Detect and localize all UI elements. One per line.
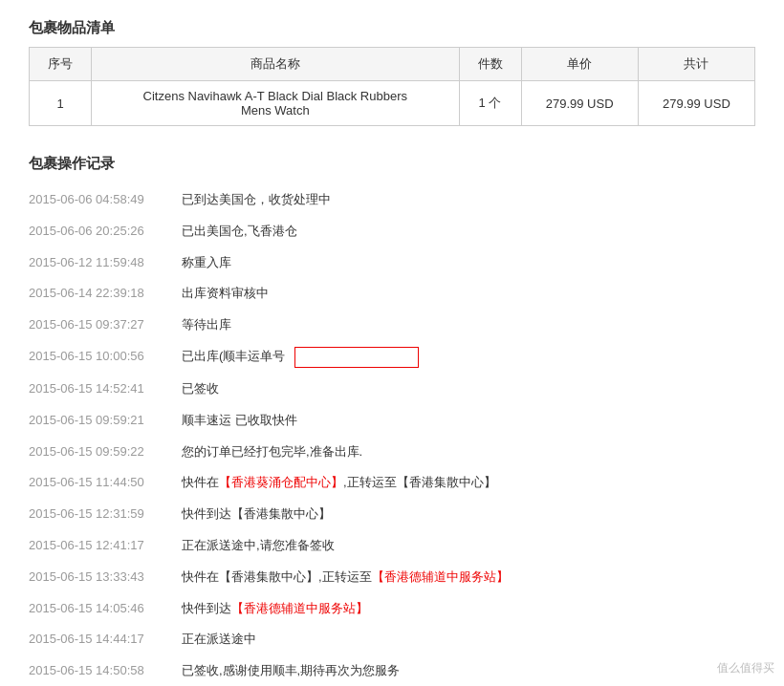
- record-time: 2015-06-15 14:05:46: [29, 599, 182, 619]
- record-row: 2015-06-12 11:59:48称重入库: [29, 247, 755, 279]
- record-text: 顺丰速运 已收取快件: [182, 411, 297, 431]
- record-row: 2015-06-15 14:50:58已签收,感谢使用顺丰,期待再次为您服务: [29, 655, 755, 686]
- package-table: 序号 商品名称 件数 单价 共计 1 Citzens Navihawk A-T …: [29, 47, 755, 126]
- record-text: 已到达美国仓，收货处理中: [182, 190, 331, 210]
- record-time: 2015-06-15 14:50:58: [29, 661, 182, 681]
- record-time: 2015-06-15 09:37:27: [29, 315, 182, 335]
- record-time: 2015-06-15 12:31:59: [29, 504, 182, 525]
- package-section: 包裹物品清单 序号 商品名称 件数 单价 共计 1 Citzens Naviha…: [29, 19, 755, 126]
- record-row: 2015-06-15 12:41:17正在派送途中,请您准备签收: [29, 530, 755, 562]
- record-row: 2015-06-15 14:05:46快件到达【香港德辅道中服务站】: [29, 593, 755, 625]
- col-header-qty: 件数: [459, 48, 521, 81]
- record-time: 2015-06-15 14:52:41: [29, 379, 182, 399]
- col-header-price: 单价: [521, 48, 638, 81]
- record-row: 2015-06-15 14:52:41已签收: [29, 374, 755, 405]
- record-time: 2015-06-15 09:59:21: [29, 411, 182, 431]
- cell-total: 279.99 USD: [638, 81, 754, 126]
- cell-price: 279.99 USD: [521, 81, 638, 126]
- col-header-name: 商品名称: [92, 48, 459, 81]
- record-time: 2015-06-15 12:41:17: [29, 536, 182, 556]
- record-row: 2015-06-15 11:44:50快件在【香港葵涌仓配中心】,正转运至【香港…: [29, 467, 755, 499]
- cell-qty: 1 个: [459, 81, 521, 126]
- record-time: 2015-06-06 20:25:26: [29, 222, 182, 242]
- record-row: 2015-06-15 10:00:56已出库(顺丰运单号: [29, 341, 755, 374]
- record-text: 正在派送途中,请您准备签收: [182, 536, 335, 556]
- records-title: 包裹操作记录: [29, 155, 755, 173]
- record-row: 2015-06-15 14:44:17正在派送途中: [29, 624, 755, 655]
- record-time: 2015-06-14 22:39:18: [29, 284, 182, 304]
- record-row: 2015-06-15 09:59:21顺丰速运 已收取快件: [29, 405, 755, 437]
- record-text: 已签收: [182, 379, 219, 399]
- records-section: 包裹操作记录 2015-06-06 04:58:49已到达美国仓，收货处理中20…: [29, 155, 755, 686]
- record-time: 2015-06-15 13:33:43: [29, 568, 182, 588]
- record-text: 已出美国仓,飞香港仓: [182, 222, 297, 242]
- record-row: 2015-06-15 12:31:59快件到达【香港集散中心】: [29, 499, 755, 530]
- cell-name: Citzens Navihawk A-T Black Dial Black Ru…: [92, 81, 459, 126]
- record-text: 出库资料审核中: [182, 284, 269, 304]
- record-time: 2015-06-15 10:00:56: [29, 347, 182, 367]
- records-list: 2015-06-06 04:58:49已到达美国仓，收货处理中2015-06-0…: [29, 184, 755, 686]
- record-time: 2015-06-06 04:58:49: [29, 190, 182, 210]
- record-text: 您的订单已经打包完毕,准备出库.: [182, 442, 362, 462]
- record-text: 正在派送途中: [182, 630, 256, 650]
- col-header-total: 共计: [638, 48, 754, 81]
- record-text: 快件到达【香港集散中心】: [182, 504, 331, 525]
- highlight-text: 【香港德辅道中服务站】: [231, 601, 368, 615]
- record-text: 快件到达【香港德辅道中服务站】: [182, 599, 368, 619]
- table-row: 1 Citzens Navihawk A-T Black Dial Black …: [30, 81, 755, 126]
- record-time: 2015-06-15 11:44:50: [29, 473, 182, 493]
- highlight-text: 【香港德辅道中服务站】: [372, 569, 509, 584]
- tracking-number-input[interactable]: [294, 347, 419, 368]
- record-text: 快件在【香港集散中心】,正转运至【香港德辅道中服务站】: [182, 568, 509, 588]
- record-text: 已出库(顺丰运单号: [182, 347, 419, 368]
- record-row: 2015-06-14 22:39:18出库资料审核中: [29, 278, 755, 310]
- record-time: 2015-06-15 14:44:17: [29, 630, 182, 650]
- record-row: 2015-06-15 09:59:22您的订单已经打包完毕,准备出库.: [29, 437, 755, 468]
- record-row: 2015-06-15 13:33:43快件在【香港集散中心】,正转运至【香港德辅…: [29, 562, 755, 593]
- record-row: 2015-06-15 09:37:27等待出库: [29, 310, 755, 341]
- package-title: 包裹物品清单: [29, 19, 755, 37]
- record-text: 等待出库: [182, 315, 231, 335]
- watermark: 值么值得买: [717, 660, 774, 676]
- record-row: 2015-06-06 20:25:26已出美国仓,飞香港仓: [29, 216, 755, 247]
- highlight-text: 【香港葵涌仓配中心】: [219, 475, 343, 489]
- record-text: 快件在【香港葵涌仓配中心】,正转运至【香港集散中心】: [182, 473, 496, 493]
- record-row: 2015-06-06 04:58:49已到达美国仓，收货处理中: [29, 184, 755, 216]
- record-time: 2015-06-12 11:59:48: [29, 253, 182, 273]
- record-text: 称重入库: [182, 253, 231, 273]
- record-text: 已签收,感谢使用顺丰,期待再次为您服务: [182, 661, 400, 681]
- cell-seq: 1: [30, 81, 92, 126]
- col-header-seq: 序号: [30, 48, 92, 81]
- record-time: 2015-06-15 09:59:22: [29, 442, 182, 462]
